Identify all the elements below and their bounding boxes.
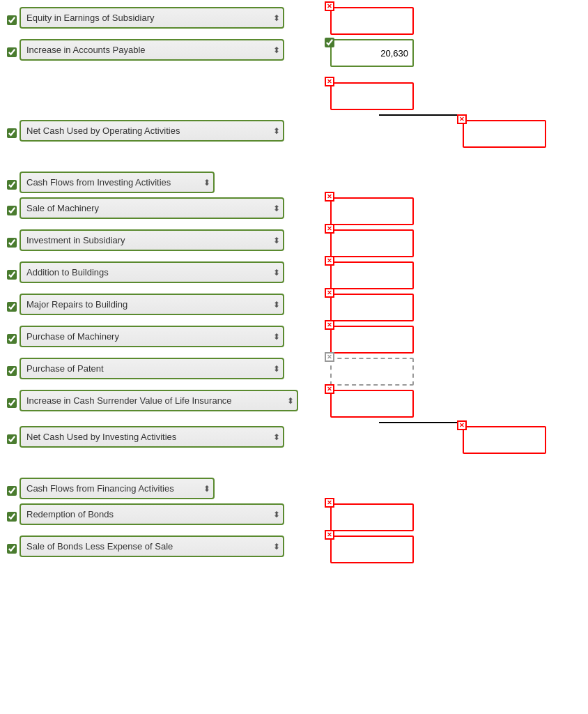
row-redemption-bonds: Redemption of Bonds ✕ [7, 503, 581, 531]
checkbox-increase-accounts-payable[interactable] [7, 47, 17, 57]
select-addition-buildings[interactable]: Addition to Buildings [20, 261, 284, 283]
input-increase-accounts-payable[interactable] [330, 39, 414, 67]
section-spacer-1 [7, 152, 581, 172]
checkbox-purchase-machinery[interactable] [7, 334, 17, 344]
input-wrap-purchase-machinery: ✕ [330, 326, 414, 354]
underline-1 [379, 114, 463, 116]
row-purchase-machinery: Purchase of Machinery ✕ [7, 326, 581, 354]
select-redemption-bonds[interactable]: Redemption of Bonds [20, 503, 284, 525]
row-major-repairs: Major Repairs to Building ✕ [7, 294, 581, 321]
select-major-repairs[interactable]: Major Repairs to Building [20, 294, 284, 315]
underline-investing [379, 422, 463, 423]
input-addition-buildings[interactable] [330, 261, 414, 289]
close-btn-net-cash-operating[interactable]: ✕ [457, 114, 467, 124]
row-cash-flows-financing: Cash Flows from Financing Activities [7, 478, 581, 499]
select-net-cash-investing[interactable]: Net Cash Used by Investing Activities [20, 426, 284, 448]
close-btn-redemption-bonds[interactable]: ✕ [325, 498, 334, 508]
input-wrap-investment-subsidiary: ✕ [330, 229, 414, 257]
input-wrap-addition-buildings: ✕ [330, 261, 414, 289]
checkbox-sale-machinery[interactable] [7, 206, 17, 215]
input-sale-machinery[interactable] [330, 197, 414, 225]
input-wrap-net-cash-operating: ✕ [463, 120, 546, 148]
select-increase-cash-surrender[interactable]: Increase in Cash Surrender Value of Life… [20, 390, 298, 411]
input-wrap-sale-bonds: ✕ [330, 536, 414, 563]
close-btn-purchase-patent[interactable]: ✕ [325, 352, 334, 362]
input-right-1[interactable] [330, 82, 414, 110]
close-btn-equity-earnings[interactable]: ✕ [325, 1, 334, 11]
input-wrap-increase-accounts-payable [330, 39, 414, 67]
row-sale-machinery: Sale of Machinery ✕ [7, 197, 581, 225]
row-cash-flows-investing: Cash Flows from Investing Activities [7, 172, 581, 193]
input-major-repairs[interactable] [330, 294, 414, 321]
underline-row-1 [7, 114, 581, 116]
select-increase-accounts-payable[interactable]: Increase in Accounts Payable [20, 39, 284, 61]
row-investment-subsidiary: Investment in Subsidiary ✕ [7, 229, 581, 257]
input-wrap-redemption-bonds: ✕ [330, 503, 414, 531]
select-sale-bonds[interactable]: Sale of Bonds Less Expense of Sale [20, 536, 284, 557]
close-btn-sale-bonds[interactable]: ✕ [325, 530, 334, 540]
checkbox-net-cash-operating[interactable] [7, 128, 17, 138]
row-addition-buildings: Addition to Buildings ✕ [7, 261, 581, 289]
input-net-cash-operating[interactable] [463, 120, 546, 148]
underline-row-investing [7, 422, 581, 423]
input-purchase-patent[interactable] [330, 358, 414, 386]
select-cash-flows-financing[interactable]: Cash Flows from Financing Activities [20, 478, 215, 499]
input-wrap-purchase-patent: ✕ [330, 358, 414, 386]
close-btn-net-cash-investing[interactable]: ✕ [457, 420, 467, 430]
section-spacer-2 [7, 458, 581, 478]
spacer-1 [7, 71, 581, 82]
checkbox-redemption-bonds[interactable] [7, 512, 17, 522]
row-net-cash-investing: Net Cash Used by Investing Activities ✕ [7, 426, 581, 454]
checkbox-major-repairs[interactable] [7, 302, 17, 312]
checkbox-sale-bonds[interactable] [7, 544, 17, 554]
row-sale-bonds: Sale of Bonds Less Expense of Sale ✕ [7, 536, 581, 563]
checkbox-cash-flows-financing[interactable] [7, 486, 17, 496]
checkbox-purchase-patent[interactable] [7, 366, 17, 376]
close-btn-purchase-machinery[interactable]: ✕ [325, 320, 334, 330]
close-btn-addition-buildings[interactable]: ✕ [325, 256, 334, 266]
input-wrap-right-1: ✕ [330, 82, 414, 110]
input-net-cash-investing[interactable] [463, 426, 546, 454]
row-net-cash-operating: Net Cash Used by Operating Activities ✕ [7, 120, 581, 148]
select-net-cash-operating[interactable]: Net Cash Used by Operating Activities [20, 120, 284, 142]
input-wrap-equity-earnings: ✕ [330, 7, 414, 35]
row-right-only-1: ✕ [7, 82, 581, 110]
close-btn-increase-cash-surrender[interactable]: ✕ [325, 384, 334, 394]
input-purchase-machinery[interactable] [330, 326, 414, 354]
row-purchase-patent: Purchase of Patent ✕ [7, 358, 581, 386]
select-purchase-machinery[interactable]: Purchase of Machinery [20, 326, 284, 347]
input-wrap-increase-cash-surrender: ✕ [330, 390, 414, 418]
select-equity-earnings[interactable]: Equity in Earnings of Subsidiary [20, 7, 284, 29]
row-increase-accounts-payable: Increase in Accounts Payable [7, 39, 581, 67]
checkbox-investment-subsidiary[interactable] [7, 238, 17, 248]
input-wrap-net-cash-investing: ✕ [463, 426, 546, 454]
close-btn-sale-machinery[interactable]: ✕ [325, 192, 334, 202]
checkbox-equity-earnings[interactable] [7, 15, 17, 25]
row-equity-earnings: Equity in Earnings of Subsidiary ✕ [7, 7, 581, 35]
select-cash-flows-investing[interactable]: Cash Flows from Investing Activities [20, 172, 215, 193]
select-purchase-patent[interactable]: Purchase of Patent [20, 358, 284, 379]
input-wrap-major-repairs: ✕ [330, 294, 414, 321]
input-investment-subsidiary[interactable] [330, 229, 414, 257]
select-investment-subsidiary[interactable]: Investment in Subsidiary [20, 229, 284, 251]
checkbox-addition-buildings[interactable] [7, 270, 17, 280]
input-redemption-bonds[interactable] [330, 503, 414, 531]
checkbox-cash-flows-investing[interactable] [7, 180, 17, 190]
input-equity-earnings[interactable] [330, 7, 414, 35]
input-increase-cash-surrender[interactable] [330, 390, 414, 418]
input-sale-bonds[interactable] [330, 536, 414, 563]
close-btn-investment-subsidiary[interactable]: ✕ [325, 224, 334, 234]
checkbox-increase-cash-surrender[interactable] [7, 398, 17, 408]
checkbox-net-cash-investing[interactable] [7, 434, 17, 444]
input-wrap-sale-machinery: ✕ [330, 197, 414, 225]
checkbox-input-accounts-payable[interactable] [325, 38, 334, 47]
select-sale-machinery[interactable]: Sale of Machinery [20, 197, 284, 219]
row-increase-cash-surrender: Increase in Cash Surrender Value of Life… [7, 390, 581, 418]
close-btn-right-1[interactable]: ✕ [325, 77, 334, 86]
close-btn-major-repairs[interactable]: ✕ [325, 288, 334, 298]
